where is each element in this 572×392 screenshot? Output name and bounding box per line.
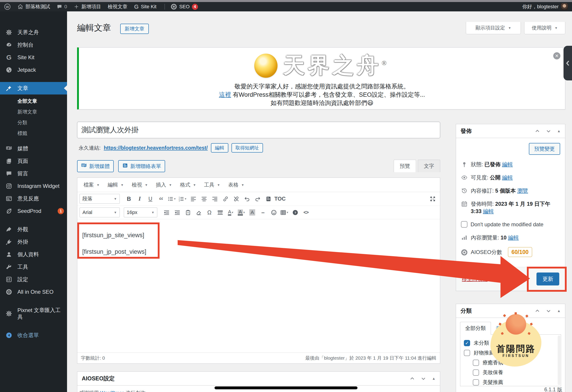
preview-changes-button[interactable]: 預覽變更 (529, 143, 560, 155)
wordpress-menu[interactable]: W (4, 3, 11, 10)
move-down-icon[interactable] (546, 128, 551, 134)
sidebar-item-設定[interactable]: 設定 (0, 273, 67, 286)
category-item-好物推薦[interactable]: 好物推薦 (464, 349, 559, 356)
paragraph-format-select[interactable]: 段落▼ (79, 194, 120, 204)
paste-text-button[interactable]: T (183, 207, 193, 217)
sidebar-item-seedprod[interactable]: SeedProd1 (0, 205, 67, 217)
category-checkbox[interactable] (464, 350, 470, 356)
smiley-button[interactable] (269, 207, 279, 217)
add-contact-form-button[interactable]: 新增聯絡表單 (118, 160, 165, 172)
screen-options-button[interactable]: 顯示項目設定 ▼ (466, 22, 521, 34)
categories-panel-header[interactable]: 分類 ▲ (456, 304, 565, 318)
editor-content[interactable]: [firstsun_jp_site_views] [firstsun_jp_po… (77, 219, 440, 352)
sidebar-item-all-in-one-seo[interactable]: All in One SEO (0, 286, 67, 298)
read-more-button[interactable] (215, 207, 225, 217)
sidebar-item-留言[interactable]: 留言 (0, 167, 67, 180)
link-button[interactable] (220, 194, 231, 204)
tab-all-categories[interactable]: 全部分類 (460, 322, 491, 335)
sidebar-subitem-新增文章[interactable]: 新增文章 (0, 107, 67, 117)
sidebar-item-控制台[interactable]: 控制台 (0, 39, 67, 51)
fullscreen-button[interactable] (428, 194, 438, 204)
tab-text[interactable]: 文字 (418, 160, 440, 172)
category-item-美髮推薦[interactable]: 美髮推薦 (464, 379, 559, 386)
undo-button[interactable] (242, 194, 252, 204)
wordpress-link[interactable]: WordPress (100, 390, 124, 392)
sidebar-item-文章[interactable]: 文章 (0, 82, 67, 94)
redo-button[interactable] (253, 194, 263, 204)
account-menu[interactable]: 你好，blogtester (522, 3, 568, 10)
move-down-icon[interactable] (546, 308, 551, 314)
text-color-button[interactable]: A▼ (226, 207, 236, 217)
help-button[interactable]: ? (290, 207, 300, 217)
sidebar-item-外掛[interactable]: 外掛 (0, 236, 67, 248)
dont-update-date-checkbox[interactable] (461, 221, 467, 228)
toggle-panel-icon[interactable]: ▲ (557, 309, 561, 313)
highlight-button[interactable]: A (247, 207, 257, 217)
category-item-療癒香氛[interactable]: 療癒香氛 (464, 359, 559, 366)
site-kit-menu[interactable]: G Site Kit (134, 3, 156, 10)
align-center-button[interactable] (199, 194, 209, 204)
category-checkbox[interactable] (473, 369, 479, 376)
editor-menu-編輯[interactable]: 編輯▼ (105, 180, 127, 190)
here-link[interactable]: 這裡 (219, 91, 231, 98)
add-new-post-button[interactable]: 新增文章 (120, 24, 149, 34)
unlink-button[interactable] (231, 194, 241, 204)
publish-row-action[interactable]: 編輯 (502, 161, 513, 167)
table-button[interactable]: ▼ (279, 207, 290, 217)
toggle-panel-icon[interactable]: ▲ (432, 376, 435, 381)
editor-menu-檔案[interactable]: 檔案▼ (80, 180, 103, 190)
move-down-icon[interactable] (421, 376, 426, 381)
code-button[interactable]: <> (301, 207, 311, 217)
sidebar-item-天界之舟[interactable]: 天界之舟 (0, 26, 67, 39)
sidebar-item-site-kit[interactable]: GSite Kit (0, 51, 67, 64)
sidebar-item-外觀[interactable]: 外觀 (0, 223, 67, 236)
move-up-icon[interactable] (535, 128, 540, 134)
editor-menu-工具[interactable]: 工具▼ (201, 180, 223, 190)
add-media-button[interactable]: 新增媒體 (77, 160, 114, 172)
comments-menu[interactable]: 0 (57, 4, 67, 10)
bold-button[interactable]: B (124, 194, 134, 204)
toggle-panel-icon[interactable]: ▲ (557, 129, 561, 133)
indent-button[interactable] (172, 207, 182, 217)
category-checkbox[interactable] (473, 360, 479, 366)
notice-close-button[interactable]: ✕ (553, 52, 560, 59)
category-item-美妝保養[interactable]: 美妝保養 (464, 369, 559, 376)
sidebar-item-媒體[interactable]: 媒體 (0, 142, 67, 155)
align-right-button[interactable] (210, 194, 220, 204)
toc-box-button[interactable] (263, 194, 273, 204)
publish-row-action[interactable]: 編輯 (483, 208, 494, 214)
sidebar-item-個人資料[interactable]: 個人資料 (0, 248, 67, 261)
new-item-menu[interactable]: 新增項目 (74, 3, 101, 10)
tab-visual[interactable]: 預覽 (394, 160, 416, 172)
sidebar-item-頁面[interactable]: 頁面 (0, 155, 67, 167)
bullet-list-button[interactable]: ▼ (167, 194, 177, 204)
category-checkbox[interactable]: ✓ (464, 340, 470, 346)
sidebar-item-意見反應[interactable]: 意見反應 (0, 192, 67, 205)
font-family-select[interactable]: Arial▼ (79, 207, 120, 217)
editor-menu-表格[interactable]: 表格▼ (225, 180, 247, 190)
sidebar-subitem-標籤[interactable]: 標籤 (0, 128, 67, 139)
seo-menu[interactable]: SEO 4 (171, 4, 198, 10)
editor-menu-插入[interactable]: 插入▼ (153, 180, 175, 190)
get-shortlink-button[interactable]: 取得短網址 (231, 143, 263, 153)
sidebar-item-instagram-widget[interactable]: Instagram Widget (0, 180, 67, 192)
drawer-handle[interactable] (564, 46, 572, 80)
publish-row-action[interactable]: 瀏覽 (517, 188, 528, 194)
sidebar-item-jetpack[interactable]: Jetpack (0, 64, 67, 76)
edit-permalink-button[interactable]: 編輯 (211, 143, 228, 153)
dash-button[interactable]: – (258, 207, 268, 217)
views-edit-link[interactable]: 編輯 (508, 235, 519, 241)
permalink-url[interactable]: https://blogtester.heavenfortress.com/te… (104, 145, 207, 151)
sidebar-subitem-全部文章[interactable]: 全部文章 (0, 96, 67, 107)
italic-button[interactable]: I (135, 194, 145, 204)
move-to-trash-link[interactable]: 移至回收桶 (462, 276, 488, 282)
category-checkbox[interactable] (473, 379, 479, 386)
align-left-button[interactable] (188, 194, 198, 204)
sidebar-subitem-分類[interactable]: 分類 (0, 117, 67, 128)
editor-menu-檢視[interactable]: 檢視▼ (129, 180, 151, 190)
categories-scrollbar[interactable] (558, 335, 560, 385)
publish-panel-header[interactable]: 發佈 ▲ (456, 124, 565, 138)
site-name-menu[interactable]: 部落格測試 (17, 3, 50, 10)
sidebar-item-收合選單[interactable]: 收合選單 (0, 329, 67, 342)
publish-row-action[interactable]: 編輯 (502, 174, 513, 180)
